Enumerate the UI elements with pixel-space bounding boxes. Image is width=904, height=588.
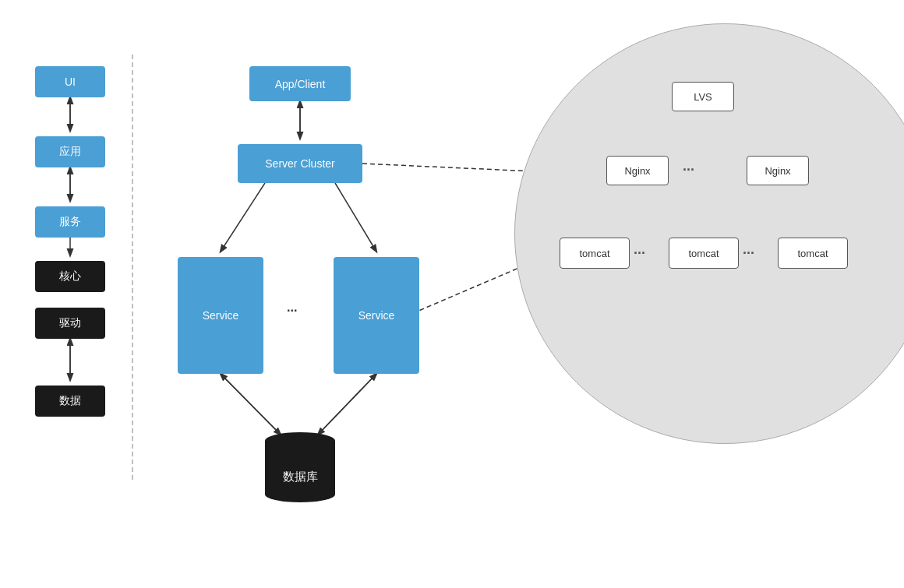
core-box: 核心 <box>35 261 105 292</box>
svg-line-10 <box>221 183 265 252</box>
service-box: 服务 <box>35 206 105 238</box>
lvs-box: LVS <box>672 82 734 111</box>
db-top <box>265 432 335 449</box>
data-box: 数据 <box>35 386 105 417</box>
svg-line-11 <box>335 183 376 252</box>
dots-nginx: ··· <box>683 162 694 178</box>
svg-line-15 <box>318 374 376 435</box>
tomcat3-box: tomcat <box>778 238 848 269</box>
svg-line-16 <box>362 164 534 171</box>
dots-middle: ··· <box>287 304 297 318</box>
dots-tomcat2: ··· <box>743 245 754 262</box>
app-client-box: App/Client <box>249 66 351 101</box>
ui-box: UI <box>35 66 105 97</box>
db-label: 数据库 <box>283 470 318 484</box>
nginx2-box: Nginx <box>747 156 809 185</box>
server-cluster-box: Server Cluster <box>238 144 362 183</box>
database-container: 数据库 <box>265 432 335 502</box>
dots-tomcat1: ··· <box>634 245 645 262</box>
svg-line-14 <box>221 374 281 435</box>
nginx1-box: Nginx <box>606 156 669 185</box>
diagram-container: UI 应用 服务 核心 驱动 数据 App/Client Server Clus… <box>0 0 904 588</box>
app-box: 应用 <box>35 136 105 167</box>
service1-box: Service <box>178 257 263 374</box>
db-bottom <box>265 487 335 502</box>
driver-box: 驱动 <box>35 308 105 339</box>
tomcat2-box: tomcat <box>669 238 739 269</box>
service2-box: Service <box>334 257 419 374</box>
tomcat1-box: tomcat <box>560 238 630 269</box>
